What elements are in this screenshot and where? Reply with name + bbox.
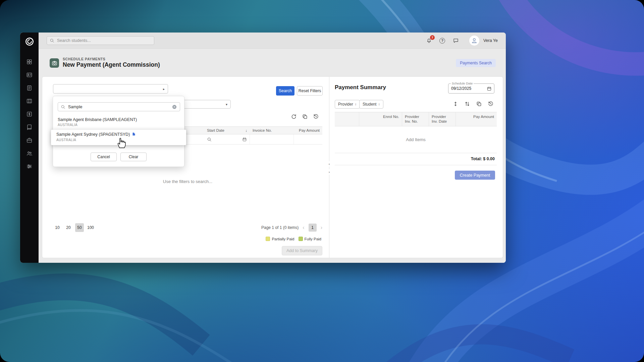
agent-dropdown-search-input[interactable] — [68, 105, 172, 109]
sort-provider-chip[interactable]: Provider↑ — [335, 100, 360, 109]
payment-summary-pane: Payment Summary Schedule Date 09/12/2025… — [330, 77, 503, 258]
sidebar-item-settings-icon[interactable] — [23, 160, 36, 173]
results-empty-text: Use the filters to search... — [163, 179, 212, 184]
agent-option-sydney[interactable]: Sample Agent Sydney (SPAGENTSYD) AUSTRAL… — [51, 130, 186, 145]
agent-option-country: AUSTRALIA — [56, 138, 181, 142]
results-toolbar — [291, 114, 320, 120]
schedule-payments-icon — [50, 58, 59, 68]
header-cell-start-date[interactable]: Start Date ↓ — [204, 128, 250, 132]
copy-icon[interactable] — [476, 101, 483, 108]
add-to-summary-button[interactable]: Add to Summary — [282, 246, 322, 255]
search-icon — [207, 137, 212, 142]
legend-partially-paid: Partially Paid — [266, 237, 294, 241]
copy-icon[interactable] — [302, 114, 309, 120]
create-payment-button[interactable]: Create Payment — [455, 171, 495, 180]
header-cell-pay-amount[interactable]: Pay Amount — [294, 128, 322, 132]
summary-total: Total: $ 0.00 — [335, 153, 497, 165]
pane-splitter[interactable] — [329, 77, 329, 258]
pagination-bar: 10 20 50 100 Page 1 of 1 (0 items) ‹ 1 › — [53, 223, 322, 232]
prev-page-icon[interactable]: ‹ — [303, 225, 304, 230]
history-icon[interactable] — [313, 114, 320, 120]
agent-dropdown-panel: Sample Agent Brisbane (SAMPLEAGENT) AUST… — [53, 96, 184, 167]
cancel-button[interactable]: Cancel — [91, 153, 117, 161]
screen: 7 ? Vera Ye SCHEDULE PAYMENTS New Paymen… — [0, 0, 644, 362]
breadcrumb: SCHEDULE PAYMENTS — [63, 57, 105, 61]
main-card: ▸ ▾ Search Reset Filters Sample Agent Br… — [42, 76, 503, 258]
agent-dropdown-search-box[interactable] — [58, 102, 180, 111]
notifications-bell-icon[interactable]: 7 — [426, 37, 432, 44]
summary-toolbar — [452, 101, 494, 108]
sidebar-item-library-icon[interactable] — [23, 121, 36, 134]
reorder-icon[interactable] — [464, 101, 471, 108]
chat-icon[interactable] — [452, 37, 459, 44]
app-window: 7 ? Vera Ye SCHEDULE PAYMENTS New Paymen… — [20, 33, 506, 263]
help-icon[interactable]: ? — [439, 37, 446, 44]
page-size-50[interactable]: 50 — [75, 223, 84, 232]
header-cell-provider-inv-no: Provider Inv. No. — [402, 112, 429, 126]
agent-option-name: Sample Agent Brisbane (SAMPLEAGENT) — [58, 117, 179, 122]
topbar-right: 7 ? Vera Ye — [426, 33, 498, 49]
sort-asc-icon: ↑ — [378, 102, 380, 106]
page-info: Page 1 of 1 (0 items) — [261, 225, 299, 230]
app-logo-icon[interactable] — [24, 36, 35, 47]
sidebar-item-billing-icon[interactable] — [23, 108, 36, 121]
schedule-date-value: 09/12/2025 — [451, 86, 471, 91]
filter-cell-invoice-no[interactable] — [250, 134, 294, 144]
history-icon[interactable] — [488, 101, 494, 108]
partially-paid-swatch — [266, 237, 270, 241]
payments-search-button[interactable]: Payments Search — [456, 59, 496, 67]
agent-option-name: Sample Agent Sydney (SPAGENTSYD) — [56, 132, 181, 137]
sidebar-item-documents-icon[interactable] — [23, 81, 36, 95]
filter-cell-pay-amount[interactable] — [294, 134, 322, 144]
summary-table-body: Add Items — [335, 126, 497, 153]
summary-empty-text: Add Items — [406, 137, 426, 142]
page-size-10[interactable]: 10 — [53, 223, 62, 232]
agency-building-icon — [132, 132, 136, 137]
sidebar-item-tables-icon[interactable] — [23, 95, 36, 108]
sidebar-item-contacts-icon[interactable] — [23, 68, 36, 81]
calendar-icon[interactable] — [487, 86, 492, 91]
filter-cell-start-date[interactable] — [204, 134, 250, 144]
sidebar-item-services-icon[interactable] — [23, 134, 36, 147]
legend-fully-paid: Fully Paid — [299, 237, 322, 241]
sidebar-item-agents-icon[interactable] — [23, 147, 36, 160]
clear-button[interactable]: Clear — [120, 153, 147, 161]
schedule-date-field[interactable]: Schedule Date 09/12/2025 — [448, 83, 494, 94]
payment-summary-title: Payment Summary — [335, 84, 386, 91]
student-search-box[interactable] — [47, 36, 154, 45]
search-button[interactable]: Search — [276, 86, 294, 96]
sidebar-item-dashboard-icon[interactable] — [23, 55, 36, 68]
summary-table: Enrol No. Provider Inv. No. Provider Inv… — [335, 112, 497, 165]
reset-filters-button[interactable]: Reset Filters — [297, 86, 323, 96]
sort-asc-icon: ↑ — [355, 102, 357, 106]
user-avatar[interactable] — [469, 36, 479, 46]
next-page-icon[interactable]: › — [321, 225, 322, 230]
page-number-button[interactable]: 1 — [309, 224, 317, 232]
header-cell-enrol-no: Enrol No. — [359, 112, 402, 126]
sort-student-chip[interactable]: Student↑ — [359, 100, 383, 109]
agent-option-brisbane[interactable]: Sample Agent Brisbane (SAMPLEAGENT) AUST… — [53, 115, 184, 129]
fully-paid-swatch — [299, 237, 303, 241]
expand-caret-icon: ▸ — [163, 87, 165, 91]
search-icon — [61, 105, 65, 109]
student-search-input[interactable] — [57, 38, 154, 43]
page-size-100[interactable]: 100 — [86, 223, 95, 232]
expand-rows-icon[interactable] — [452, 101, 459, 108]
sidebar — [20, 33, 39, 263]
topbar: 7 ? Vera Ye — [39, 33, 506, 49]
page-title: New Payment (Agent Commission) — [63, 61, 160, 68]
refresh-icon[interactable] — [291, 114, 298, 120]
header-cell-pay-amount: Pay Amount — [456, 112, 497, 126]
header-cell-provider-inv-date: Provider Inv. Date — [429, 112, 456, 126]
clear-search-icon[interactable] — [172, 104, 177, 110]
header-cell-invoice-no[interactable]: Invoice No. — [250, 128, 294, 132]
content-area: SCHEDULE PAYMENTS New Payment (Agent Com… — [39, 49, 506, 263]
agent-option-country: AUSTRALIA — [58, 123, 179, 127]
pagination-right: Page 1 of 1 (0 items) ‹ 1 › — [261, 224, 322, 232]
schedule-date-label: Schedule Date — [451, 81, 474, 85]
page-size-20[interactable]: 20 — [64, 223, 73, 232]
summary-table-header: Enrol No. Provider Inv. No. Provider Inv… — [335, 112, 497, 126]
sort-desc-icon: ↓ — [246, 128, 248, 132]
agent-filter-combobox[interactable]: ▸ — [53, 84, 168, 94]
calendar-icon[interactable] — [242, 137, 247, 142]
